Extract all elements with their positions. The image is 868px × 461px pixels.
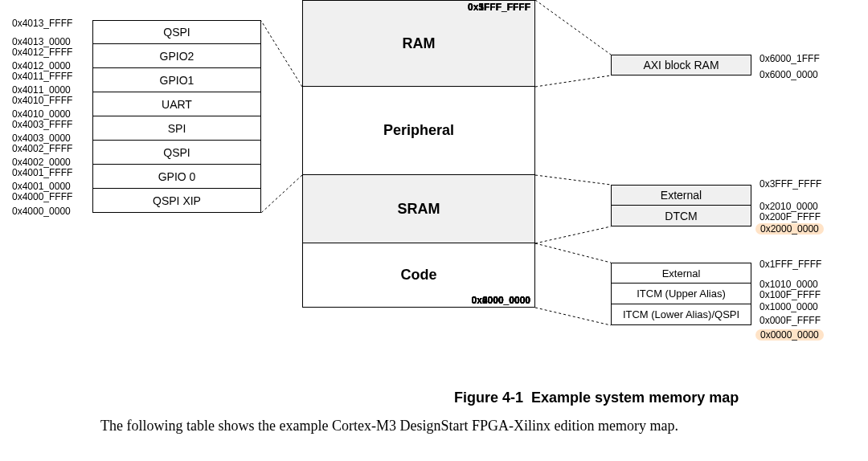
periph-row-0: QSPI [92,20,261,44]
ram-detail-base-addr: 0x6000_0000 [760,69,818,80]
svg-line-5 [535,226,611,243]
periph-row-3: UART [92,92,261,116]
code-row2-label: ITCM (Lower Alias)/QSPI [623,308,739,320]
figure-title: Example system memory map [531,390,739,406]
sram-addr0-base: 0x2010_0000 [760,201,818,212]
periph-addr-3-bottom: 0x4010_0000 [12,108,92,120]
periph-row-2: GPIO1 [92,68,261,92]
ram-detail-box: AXI block RAM [611,55,751,75]
periph-addr-4-bottom: 0x4003_0000 [12,133,92,144]
svg-line-6 [535,243,611,263]
code-addr0-top: 0x1FFF_FFFF [760,259,821,270]
periph-row-6-label: GPIO 0 [158,170,196,183]
periph-addr-6-top: 0x4001_FFFF [12,167,92,178]
mem-block-ram-label: RAM [403,35,436,52]
code-addr0-base: 0x1010_0000 [760,279,818,290]
periph-row-4-label: SPI [168,122,186,135]
sram-detail-row0: External [611,185,751,206]
ram-detail-top-addr: 0x6000_1FFF [760,53,820,64]
periph-addr-7-bottom: 0x4000_0000 [12,206,92,217]
svg-line-2 [535,0,611,55]
periph-row-4: SPI [92,116,261,141]
periph-addr-6-bottom: 0x4001_0000 [12,181,92,192]
periph-addr-2-top: 0x4011_FFFF [12,71,92,82]
main-memory-map: RAM 0x6000_0000 Peripheral 0x5FFF_FFFF 0… [302,0,535,308]
periph-addr-5-top: 0x4002_FFFF [12,143,92,154]
code-row0-label: External [662,267,701,279]
code-addr1-base: 0x1000_0000 [760,301,818,312]
sram-detail-row0-label: External [661,189,702,202]
periph-addr-7-top: 0x4000_FFFF [12,191,92,202]
periph-row-7: QSPI XIP [92,189,261,213]
sram-addr1-top: 0x200F_FFFF [760,211,821,222]
periph-row-1: GPIO2 [92,44,261,68]
code-addr1-top: 0x100F_FFFF [760,289,821,300]
periph-addr-0-top: 0x4013_FFFF [12,18,92,29]
svg-line-4 [535,175,611,185]
svg-line-1 [261,175,302,213]
periph-row-5: QSPI [92,141,261,165]
mem-code-top-addr: 0x1FFF_FFFF [468,2,530,13]
periph-addr-1-bottom: 0x4012_0000 [12,60,92,71]
mem-block-code: Code 0x1FFF_FFFF 0x0000_0000 [302,243,535,308]
periph-addr-4-top: 0x4003_FFFF [12,119,92,130]
periph-addr-0-bottom: 0x4013_0000 [12,36,92,47]
peripheral-detail-table: QSPI GPIO2 GPIO1 UART SPI QSPI GPIO 0 QS… [92,20,261,213]
periph-row-2-label: GPIO1 [160,74,194,87]
mem-block-peripheral: Peripheral 0x5FFF_FFFF 0x4000_0000 [302,87,535,175]
code-detail-row2: ITCM (Lower Alias)/QSPI [611,304,751,325]
code-row1-label: ITCM (Upper Alias) [637,288,726,300]
svg-line-0 [261,21,302,87]
mem-block-code-label: Code [401,267,437,284]
periph-row-1-label: GPIO2 [160,50,194,63]
sram-detail-row1-label: DTCM [665,210,697,222]
sram-detail-row1: DTCM [611,206,751,226]
periph-addr-5-bottom: 0x4002_0000 [12,157,92,168]
figure-caption: Figure 4-1 Example system memory map [454,390,739,406]
code-detail-row1: ITCM (Upper Alias) [611,284,751,304]
code-addr2-base: 0x0000_0000 [755,329,824,341]
sram-detail-table: External DTCM [611,185,751,226]
mem-block-sram-label: SRAM [398,201,440,218]
periph-row-3-label: UART [162,98,192,111]
ram-detail-label: AXI block RAM [643,59,719,71]
mem-block-periph-label: Peripheral [383,122,454,139]
periph-row-5-label: QSPI [163,146,190,159]
sram-addr0-top: 0x3FFF_FFFF [760,178,821,190]
periph-addr-2-bottom: 0x4011_0000 [12,84,92,96]
periph-addr-1-top: 0x4012_FFFF [12,47,92,58]
mem-code-base-addr: 0x0000_0000 [472,295,530,306]
periph-row-6: GPIO 0 [92,165,261,189]
svg-line-7 [535,308,611,325]
periph-row-7-label: QSPI XIP [153,194,201,207]
svg-line-3 [535,75,611,87]
periph-addr-3-top: 0x4010_FFFF [12,95,92,106]
code-detail-row0: External [611,263,751,284]
figure-subtext: The following table shows the example Co… [100,418,678,434]
mem-block-ram: RAM 0x6000_0000 [302,0,535,87]
figure-number: Figure 4-1 [454,390,523,406]
periph-row-0-label: QSPI [163,26,190,39]
code-addr2-top: 0x000F_FFFF [760,315,821,326]
sram-addr1-base: 0x2000_0000 [755,223,824,235]
mem-block-sram: SRAM 0x3FFF_FFFF 0x2000_0000 [302,175,535,243]
code-detail-table: External ITCM (Upper Alias) ITCM (Lower … [611,263,751,325]
